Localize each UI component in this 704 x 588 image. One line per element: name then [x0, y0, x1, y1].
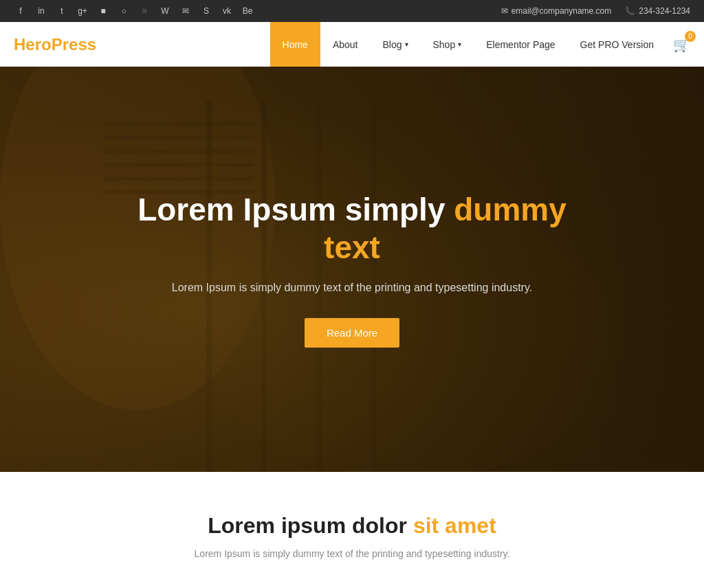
email-icon: ✉ [501, 6, 508, 16]
hero-title-part1: Lorem Ipsum simply [138, 192, 445, 227]
hero-cta-button[interactable]: Read More [305, 318, 399, 348]
hero-content: Lorem Ipsum simply dummy text Lorem Ipsu… [111, 191, 593, 348]
social-twitter[interactable]: t [55, 4, 69, 18]
hero-section: Lorem Ipsum simply dummy text Lorem Ipsu… [0, 67, 704, 472]
hero-subtitle: Lorem Ipsum is simply dummy text of the … [125, 279, 579, 297]
social-gplus[interactable]: g+ [76, 4, 89, 18]
svg-rect-9 [103, 149, 254, 153]
section-title-part1: Lorem ipsum dolor [208, 513, 407, 538]
nav-item-blog[interactable]: Blog ▾ [370, 22, 420, 67]
section-title-part2: sit amet [413, 513, 496, 538]
contact-info: ✉ email@companyname.com 📞 234-324-1234 [501, 6, 690, 16]
phone-text: 234-324-1234 [639, 6, 690, 16]
social-dribbble[interactable]: ○ [117, 4, 131, 18]
svg-rect-11 [103, 177, 254, 181]
blog-dropdown-arrow: ▾ [405, 41, 408, 48]
social-vk[interactable]: vk [220, 4, 234, 18]
phone-icon: 📞 [625, 6, 635, 16]
svg-rect-10 [103, 163, 254, 167]
nav-item-elementor[interactable]: Elementor Page [474, 22, 567, 67]
phone-info: 📞 234-324-1234 [625, 6, 690, 16]
section-subtitle: Lorem Ipsum is simply dummy text of the … [14, 548, 690, 559]
section-title: Lorem ipsum dolor sit amet [14, 513, 690, 539]
cart-icon[interactable]: 🛒 0 [673, 36, 690, 53]
main-nav: HeroPress Home About Blog ▾ Shop ▾ Eleme… [0, 22, 704, 67]
email-text: email@companyname.com [512, 6, 612, 16]
svg-rect-7 [103, 122, 254, 126]
social-instagram[interactable]: ■ [96, 4, 110, 18]
brand-name-part1: Hero [14, 35, 52, 54]
social-email-icon[interactable]: ✉ [179, 4, 192, 18]
email-info: ✉ email@companyname.com [501, 6, 612, 16]
nav-item-home[interactable]: Home [270, 22, 320, 67]
social-facebook[interactable]: f [14, 4, 28, 18]
svg-rect-8 [103, 135, 254, 139]
social-skype[interactable]: S [199, 4, 213, 18]
social-wp[interactable]: W [158, 4, 172, 18]
features-section: Lorem ipsum dolor sit amet Lorem Ipsum i… [0, 472, 704, 588]
social-behance[interactable]: Be [241, 4, 254, 18]
brand-logo[interactable]: HeroPress [14, 35, 96, 54]
brand-name-part2: Press [52, 35, 96, 54]
shop-dropdown-arrow: ▾ [458, 41, 461, 48]
nav-menu: Home About Blog ▾ Shop ▾ Elementor Page … [270, 22, 690, 67]
social-linkedin[interactable]: in [34, 4, 48, 18]
nav-item-about[interactable]: About [320, 22, 371, 67]
social-fb2[interactable]: ◾ [138, 4, 151, 18]
social-links: f in t g+ ■ ○ ◾ W ✉ S vk Be [14, 4, 254, 18]
nav-item-shop[interactable]: Shop ▾ [421, 22, 474, 67]
cart-badge: 0 [685, 31, 696, 42]
top-bar: f in t g+ ■ ○ ◾ W ✉ S vk Be ✉ email@comp… [0, 0, 704, 22]
hero-title: Lorem Ipsum simply dummy text [125, 191, 579, 267]
nav-item-pro[interactable]: Get PRO Version [568, 22, 666, 67]
